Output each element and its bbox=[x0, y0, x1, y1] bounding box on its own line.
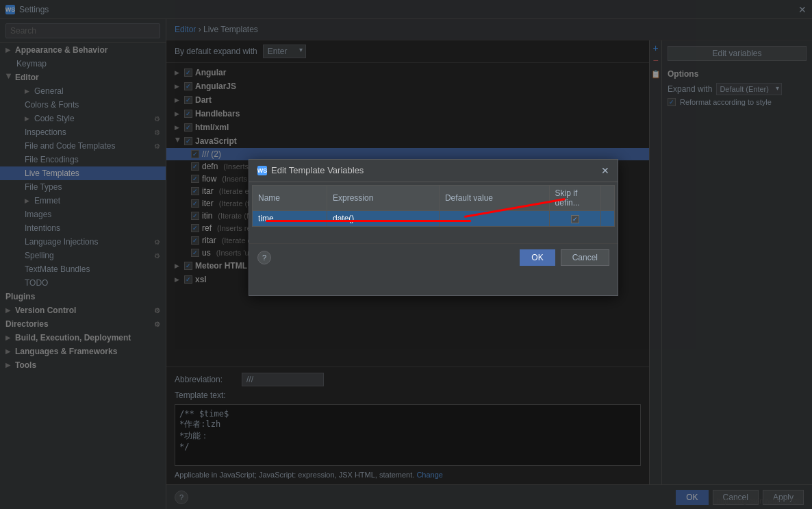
dialog-body: Name Expression Default value Skip if de… bbox=[249, 182, 618, 243]
dialog-ok-button[interactable]: OK bbox=[520, 249, 555, 266]
cell-skip-time bbox=[549, 210, 601, 226]
dialog-help-button[interactable]: ? bbox=[257, 251, 271, 264]
dialog-cancel-button[interactable]: Cancel bbox=[561, 249, 609, 266]
col-header-scroll bbox=[601, 185, 615, 210]
dialog-header: WS Edit Template Variables ✕ bbox=[249, 160, 618, 182]
skip-checkbox-time[interactable] bbox=[571, 215, 579, 223]
cell-scroll-time bbox=[601, 210, 615, 226]
red-arrow-container bbox=[252, 227, 615, 240]
dialog-footer: ? OK Cancel bbox=[249, 243, 618, 271]
cell-name-time bbox=[253, 210, 327, 226]
red-arrow-line bbox=[266, 220, 471, 222]
table-row-time[interactable] bbox=[253, 210, 615, 226]
dialog-title: Edit Template Variables bbox=[271, 165, 364, 175]
dialog-title-row: WS Edit Template Variables bbox=[257, 165, 364, 175]
col-header-expression: Expression bbox=[327, 185, 440, 210]
dialog-app-icon: WS bbox=[257, 166, 267, 175]
col-header-skip: Skip if defin... bbox=[549, 185, 601, 210]
dialog-overlay: WS Edit Template Variables ✕ Name Expres… bbox=[0, 0, 812, 509]
dialog-close-button[interactable]: ✕ bbox=[601, 165, 609, 176]
cell-default-time bbox=[439, 210, 549, 226]
cell-expr-time bbox=[327, 210, 440, 226]
col-header-default: Default value bbox=[439, 185, 549, 210]
col-header-name: Name bbox=[253, 185, 327, 210]
dialog-footer-buttons: OK Cancel bbox=[520, 249, 609, 266]
edit-variables-dialog: WS Edit Template Variables ✕ Name Expres… bbox=[249, 159, 618, 296]
